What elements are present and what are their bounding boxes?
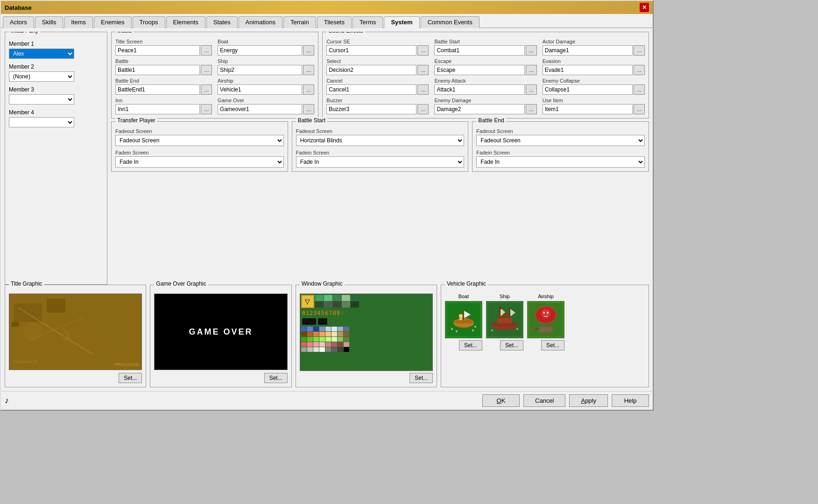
tab-items[interactable]: Items <box>64 16 93 28</box>
airship-set-button[interactable]: Set... <box>541 340 564 350</box>
field-label-airship: Airship <box>218 78 314 84</box>
field-input-ship[interactable] <box>218 65 302 75</box>
color-swatch <box>325 337 331 342</box>
main-area: Initial Party Member 1 Alex Member 2 <box>5 32 649 285</box>
field-btn-enemy-collapse-se[interactable]: … <box>634 84 645 95</box>
field-btn-battle[interactable]: … <box>201 65 212 75</box>
battle-start-fadein-select[interactable]: Fade In <box>296 156 465 168</box>
member1-select-wrapper: Alex <box>9 49 103 59</box>
apply-button[interactable]: Apply <box>569 394 608 407</box>
member2-select[interactable]: (None) <box>9 71 74 82</box>
tab-actors[interactable]: Actors <box>3 16 34 28</box>
field-input-use-item-se[interactable] <box>543 104 633 114</box>
field-input-select-se[interactable] <box>326 65 416 75</box>
field-cancel-se: Cancel … <box>326 78 429 95</box>
field-input-enemy-damage-se[interactable] <box>434 104 524 114</box>
tab-terms[interactable]: Terms <box>353 16 383 28</box>
field-btn-select-se[interactable]: … <box>417 65 429 75</box>
field-input-buzzer-se[interactable] <box>326 104 416 114</box>
field-btn-evasion-se[interactable]: … <box>634 65 645 75</box>
transfer-fadeout-label: Fadeout Screen <box>115 128 284 134</box>
svg-rect-1 <box>14 303 42 322</box>
field-btn-escape-se[interactable]: … <box>526 65 537 75</box>
field-label-enemy-damage-se: Enemy Damage <box>434 98 536 103</box>
field-btn-battle-end[interactable]: … <box>201 84 212 95</box>
field-btn-cursor-se[interactable]: … <box>417 45 429 56</box>
field-btn-enemy-damage-se[interactable]: … <box>526 104 537 114</box>
vehicle-inner: Boat <box>445 294 645 350</box>
field-actor-damage: Actor Damage … <box>543 39 645 56</box>
field-input-gameover-music[interactable] <box>218 104 302 114</box>
airship-preview <box>527 301 564 338</box>
field-input-enemy-collapse-se[interactable] <box>543 84 633 95</box>
field-btn-inn[interactable]: … <box>201 104 212 114</box>
field-btn-actor-damage[interactable]: … <box>634 45 645 56</box>
music-label: Music <box>115 32 134 34</box>
svg-rect-15 <box>454 320 473 323</box>
title-graphic-label: Title Graphic <box>9 280 44 287</box>
field-input-battle-start-se[interactable] <box>434 45 524 56</box>
tab-troops[interactable]: Troops <box>133 16 165 28</box>
color-swatch <box>301 342 307 347</box>
field-input-battle-end[interactable] <box>115 84 200 95</box>
svg-point-3 <box>23 322 42 341</box>
field-btn-buzzer-se[interactable]: … <box>417 104 429 114</box>
color-swatch <box>344 342 349 347</box>
field-ship: Ship … <box>218 58 314 75</box>
field-btn-ship[interactable]: … <box>303 65 314 75</box>
field-btn-enemy-attack-se[interactable]: … <box>526 84 537 95</box>
ship-set-button[interactable]: Set... <box>500 340 523 350</box>
field-btn-use-item-se[interactable]: … <box>634 104 645 114</box>
field-input-title-screen[interactable] <box>115 45 200 56</box>
bottom-bar: ♪ OK Cancel Apply Help <box>1 391 653 410</box>
field-btn-title-screen[interactable]: … <box>201 45 212 56</box>
svg-rect-40 <box>539 327 553 332</box>
color-swatch <box>344 347 349 352</box>
member1-select[interactable]: Alex <box>9 49 74 59</box>
tab-common-events[interactable]: Common Events <box>421 16 480 28</box>
field-input-escape-se[interactable] <box>434 65 524 75</box>
battle-end-fadeout-select[interactable]: Fadeout Screen <box>476 135 645 146</box>
field-input-enemy-attack-se[interactable] <box>434 84 524 95</box>
tab-elements[interactable]: Elements <box>166 16 205 28</box>
battle-end-fadein-select[interactable]: Fade In <box>476 156 645 168</box>
tab-skills[interactable]: Skills <box>35 16 63 28</box>
field-btn-boat[interactable]: … <box>303 45 314 56</box>
tab-enemies[interactable]: Enemies <box>94 16 132 28</box>
help-button[interactable]: Help <box>612 394 649 407</box>
close-button[interactable]: ✕ <box>640 3 649 12</box>
transfer-fadeout-select[interactable]: Fadeout Screen <box>115 135 284 146</box>
field-btn-gameover-music[interactable]: … <box>303 104 314 114</box>
cancel-button[interactable]: Cancel <box>523 394 565 407</box>
transfer-fadein-select[interactable]: Fade In <box>115 156 284 168</box>
svg-point-10 <box>451 328 453 330</box>
field-input-boat[interactable] <box>218 45 302 56</box>
field-boat: Boat … <box>218 39 314 56</box>
field-input-airship[interactable] <box>218 84 302 95</box>
field-btn-battle-start-se[interactable]: … <box>526 45 537 56</box>
color-swatch <box>307 327 313 331</box>
field-btn-airship[interactable]: … <box>303 84 314 95</box>
battle-start-fadeout-select[interactable]: Horizontal Blinds <box>296 135 465 146</box>
field-input-actor-damage[interactable] <box>543 45 633 56</box>
ok-button[interactable]: OK <box>482 394 520 407</box>
member3-select[interactable] <box>9 94 74 105</box>
initial-party-panel: Initial Party Member 1 Alex Member 2 <box>5 32 107 285</box>
member4-select[interactable] <box>9 117 74 127</box>
window-graphic-set-button[interactable]: Set... <box>409 373 433 383</box>
boat-set-button[interactable]: Set... <box>459 340 482 350</box>
field-input-battle[interactable] <box>115 65 200 75</box>
tab-terrain[interactable]: Terrain <box>283 16 316 28</box>
tab-tilesets[interactable]: Tilesets <box>317 16 352 28</box>
gameover-graphic-set-button[interactable]: Set... <box>264 373 288 383</box>
tab-system[interactable]: System <box>384 16 419 28</box>
tab-states[interactable]: States <box>206 16 238 28</box>
field-input-cursor-se[interactable] <box>326 45 416 56</box>
title-graphic-set-button[interactable]: Set... <box>119 373 142 383</box>
field-input-inn[interactable] <box>115 104 200 114</box>
field-input-cancel-se[interactable] <box>326 84 416 95</box>
color-swatch <box>319 332 325 336</box>
field-btn-cancel-se[interactable]: … <box>417 84 429 95</box>
tab-animations[interactable]: Animations <box>239 16 282 28</box>
field-input-evasion-se[interactable] <box>543 65 633 75</box>
